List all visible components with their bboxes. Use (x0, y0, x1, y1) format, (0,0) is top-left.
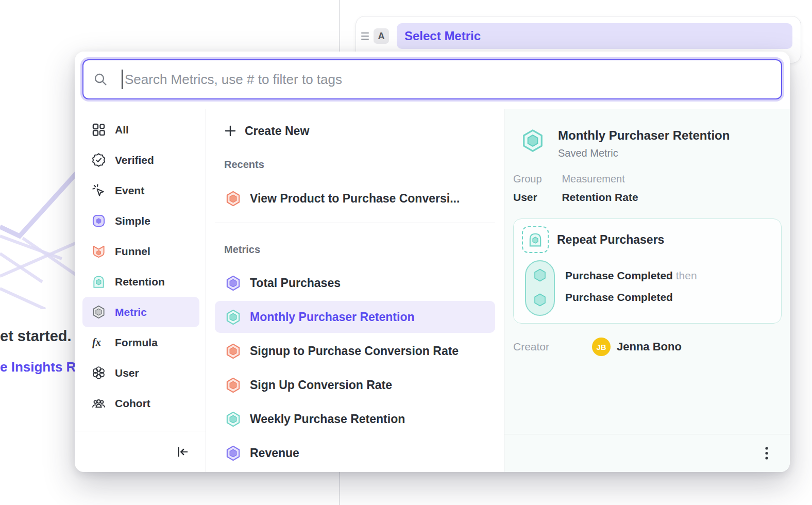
step-connector: then (676, 270, 697, 281)
sidebar-item-simple[interactable]: Simple (82, 206, 199, 236)
recent-item-label: View Product to Purchase Conversi... (250, 192, 460, 206)
type-filter-sidebar: All Verified Event Simple Funnel Retenti… (75, 109, 206, 472)
recents-header: Recents (206, 158, 504, 171)
background-illustration (0, 170, 82, 309)
group-label: Group (513, 173, 560, 185)
sidebar-item-formula[interactable]: fxFormula (82, 327, 199, 358)
definition-step-1: Purchase Completed then (565, 268, 697, 283)
metric-item-signup-to-purchase-conversion-rate[interactable]: Signup to Purchase Conversion Rate (215, 335, 495, 367)
plus-icon (224, 125, 236, 137)
sidebar-item-cohort[interactable]: Cohort (82, 388, 199, 418)
svg-text:fx: fx (92, 336, 101, 348)
detail-footer (504, 434, 790, 472)
event-hexagon-icon (533, 293, 547, 307)
metrics-list: Total Purchases Monthly Purchaser Retent… (206, 267, 504, 469)
picker-columns: All Verified Event Simple Funnel Retenti… (75, 109, 790, 472)
creator-avatar: JB (592, 338, 611, 356)
create-new-label: Create New (245, 124, 309, 138)
sidebar-item-label: Cohort (115, 397, 150, 410)
saved-metric-orange-icon (225, 191, 241, 207)
retention-step-icon-frame (522, 226, 549, 253)
metric-detail-panel: Monthly Purchaser Retention Saved Metric… (504, 109, 790, 472)
metric-hexagon-gray-icon (92, 305, 106, 319)
search-icon (93, 72, 108, 87)
sidebar-item-label: Verified (115, 154, 154, 166)
event-hexagon-icon (533, 268, 547, 282)
sidebar-item-all[interactable]: All (82, 114, 199, 145)
metric-item-total-purchases[interactable]: Total Purchases (215, 267, 495, 299)
creator-name: Jenna Bono (617, 340, 682, 354)
metrics-header: Metrics (206, 243, 504, 256)
metric-item-label: Sign Up Conversion Rate (250, 378, 392, 392)
sidebar-item-metric[interactable]: Metric (82, 297, 199, 327)
creator-row: Creator JB Jenna Bono (513, 336, 771, 357)
metric-picker-modal: All Verified Event Simple Funnel Retenti… (75, 52, 790, 472)
type-filter-list: All Verified Event Simple Funnel Retenti… (75, 109, 206, 418)
user-flower-icon (92, 366, 106, 380)
detail-header: Monthly Purchaser Retention Saved Metric (521, 128, 730, 159)
sidebar-item-label: Retention (115, 276, 165, 288)
select-metric-button[interactable]: Select Metric (397, 23, 792, 49)
text-caret (122, 70, 123, 89)
detail-subtitle: Saved Metric (558, 147, 730, 159)
detail-title: Monthly Purchaser Retention (558, 128, 730, 143)
select-metric-label: Select Metric (404, 29, 481, 43)
search-input[interactable] (124, 71, 781, 88)
creator-label: Creator (513, 341, 549, 353)
definition-name: Repeat Purchasers (557, 226, 664, 253)
saved-metric-teal-icon (225, 309, 241, 325)
metric-item-label: Weekly Purchase Retention (250, 412, 405, 426)
simple-report-icon (92, 214, 106, 228)
recents-list: View Product to Purchase Conversi... (206, 182, 504, 214)
page: et started. e Insights Re A Select Metri… (0, 0, 812, 505)
series-letter-badge: A (374, 28, 389, 44)
insights-report-link[interactable]: e Insights Re (0, 359, 83, 375)
saved-metric-teal-icon (521, 129, 545, 153)
sidebar-item-label: Formula (115, 336, 158, 349)
detail-properties: Group Measurement User Retention Rate (513, 173, 638, 204)
retention-report-icon (92, 275, 106, 289)
drag-handle-icon[interactable] (361, 32, 369, 40)
funnel-steps-capsule (525, 260, 555, 316)
metric-item-sign-up-conversion-rate[interactable]: Sign Up Conversion Rate (215, 369, 495, 401)
metric-list-column: Create New Recents View Product to Purch… (206, 109, 504, 472)
metric-item-weekly-purchase-retention[interactable]: Weekly Purchase Retention (215, 403, 495, 435)
sidebar-item-funnel[interactable]: Funnel (82, 236, 199, 266)
metric-item-revenue[interactable]: Revenue (215, 437, 495, 469)
metric-item-label: Signup to Purchase Conversion Rate (250, 344, 459, 358)
saved-metric-purple-icon (225, 275, 241, 291)
sidebar-item-user[interactable]: User (82, 358, 199, 388)
list-divider (215, 223, 495, 223)
sidebar-item-retention[interactable]: Retention (82, 266, 199, 297)
metric-item-monthly-purchaser-retention[interactable]: Monthly Purchaser Retention (215, 301, 495, 333)
metric-definition-card: Repeat Purchasers Purchase Completed the… (513, 218, 782, 324)
sidebar-footer (75, 431, 206, 472)
metric-item-label: Monthly Purchaser Retention (250, 310, 414, 324)
metric-item-label: Total Purchases (250, 276, 341, 290)
saved-metric-teal-icon (225, 411, 241, 427)
cursor-click-icon (92, 183, 106, 197)
saved-metric-purple-icon (225, 445, 241, 461)
metric-item-label: Revenue (250, 446, 299, 460)
definition-step-2: Purchase Completed (565, 290, 673, 305)
funnel-report-icon (92, 244, 106, 258)
collapse-left-icon (176, 445, 189, 459)
grid-icon (92, 123, 106, 137)
sidebar-item-label: All (115, 124, 129, 136)
measurement-value: Retention Rate (562, 191, 638, 204)
sidebar-item-label: Event (115, 184, 144, 197)
recent-item-view-product-to-purchase-conversi[interactable]: View Product to Purchase Conversi... (215, 182, 495, 214)
group-value: User (513, 191, 560, 204)
get-started-text: et started. (0, 328, 72, 345)
sidebar-item-event[interactable]: Event (82, 175, 199, 206)
sidebar-item-label: Metric (115, 306, 147, 318)
retention-report-icon (528, 232, 543, 247)
sidebar-item-label: Funnel (115, 245, 150, 258)
more-options-button[interactable] (758, 443, 775, 464)
cohort-people-icon (92, 396, 106, 410)
sidebar-item-label: Simple (115, 215, 150, 227)
measurement-label: Measurement (562, 173, 624, 185)
create-new-button[interactable]: Create New (206, 120, 504, 142)
collapse-sidebar-button[interactable] (174, 443, 191, 461)
sidebar-item-verified[interactable]: Verified (82, 145, 199, 175)
